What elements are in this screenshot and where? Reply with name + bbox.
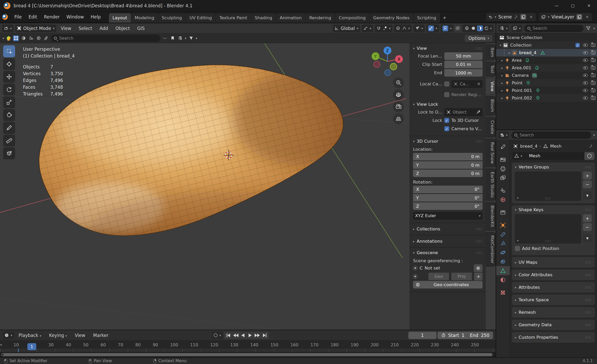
chevron-down-icon[interactable]: ▾ [450, 27, 452, 30]
select-box-tool[interactable] [3, 45, 15, 57]
drag-grip-icon[interactable] [476, 47, 483, 49]
filter-funnel-icon[interactable] [586, 26, 591, 31]
physics-properties-tab[interactable] [496, 248, 510, 257]
vertex-groups-list[interactable]: ▸ [515, 172, 581, 201]
select-region-tool-button[interactable] [13, 35, 19, 41]
crs-settings-button[interactable] [474, 264, 483, 272]
constraint-properties-tab[interactable] [496, 257, 510, 266]
cursor-rot-x[interactable]: X0° [413, 186, 483, 193]
proj-radio[interactable] [413, 274, 417, 279]
axis-x[interactable]: X [395, 55, 403, 63]
proj-button[interactable]: Proj [451, 273, 472, 280]
outliner-row-collection[interactable]: ▾ Collection ✓ [496, 41, 597, 49]
properties-search-field[interactable] [511, 131, 591, 139]
drag-grip-icon[interactable] [585, 311, 592, 313]
geoscene-header[interactable]: ▾ Geoscene [410, 249, 486, 256]
cursor-loc-y[interactable]: Y0 m [413, 161, 483, 169]
start-value[interactable]: 1 [461, 333, 464, 338]
jump-to-end-button[interactable] [261, 333, 268, 338]
rotation-mode-dropdown[interactable]: XYZ Euler ▾ [413, 212, 483, 220]
add-workspace-button[interactable]: + [440, 13, 449, 23]
stopwatch-icon[interactable] [441, 333, 446, 337]
shape-keys-list[interactable]: ▸ [515, 214, 581, 243]
collections-header[interactable]: ▸ Collections [410, 225, 486, 233]
ortho-grid-button[interactable] [393, 113, 404, 124]
uv-maps-section[interactable]: ▸UV Maps [512, 257, 595, 268]
sidebar-tab-create[interactable]: Create [486, 117, 496, 137]
scene-properties-tab[interactable] [496, 186, 510, 195]
3d-cursor-header[interactable]: ▾ 3D Cursor [410, 138, 486, 145]
sidebar-tab-view[interactable]: View [486, 78, 496, 95]
play-reverse-button[interactable] [239, 333, 246, 338]
outliner-editor-type-button[interactable]: ▾ [498, 25, 509, 32]
move-tool[interactable] [3, 71, 15, 83]
scrollbar-thumb[interactable] [1, 353, 493, 356]
eyedropper-icon[interactable] [476, 110, 481, 114]
collection-checkbox[interactable]: ✓ [575, 43, 580, 47]
remove-shape-key-button[interactable]: − [583, 223, 592, 231]
outliner-row-area[interactable]: ▸ Area [496, 57, 597, 64]
maximize-button[interactable]: ▢ [565, 0, 581, 11]
mesh-name-field[interactable]: Mesh [527, 152, 584, 160]
vertex-group-specials-button[interactable]: ▾ [583, 191, 592, 199]
end-value[interactable]: 250 [481, 333, 489, 338]
workspace-tab-texture-paint[interactable]: Texture Paint [216, 13, 251, 23]
drag-grip-icon[interactable] [585, 261, 592, 263]
sidebar-tab-blenderkit[interactable]: BlenderKit [486, 202, 496, 230]
outliner-row-point001[interactable]: ▸ Point.001 [496, 87, 597, 94]
attributes-section[interactable]: ▸Attributes [512, 282, 595, 293]
bookmark-icon[interactable] [170, 35, 175, 41]
timeline-menu-view[interactable]: View [71, 331, 89, 340]
play-button[interactable] [247, 333, 254, 338]
hide-eye-icon[interactable] [583, 96, 588, 100]
shape-key-specials-button[interactable]: ▾ [583, 234, 592, 242]
drop-tool-button[interactable] [28, 35, 34, 41]
menu-edit[interactable]: Edit [25, 13, 40, 21]
drag-grip-icon[interactable] [585, 286, 592, 288]
sidebar-tab-item[interactable]: Item [486, 44, 496, 60]
drag-grip-icon[interactable] [585, 324, 592, 326]
sidebar-tab-matcombiner[interactable]: MatCombiner [486, 232, 496, 267]
drag-grip-icon[interactable] [476, 252, 483, 254]
playhead-current-frame[interactable]: 1 [27, 343, 36, 350]
expand-toggle[interactable]: ▸ [500, 96, 504, 100]
chevron-down-icon[interactable]: ▾ [3, 36, 4, 40]
axis-neg-x[interactable] [374, 61, 380, 67]
remove-viewlayer-button[interactable]: ✕ [584, 14, 590, 20]
timeline-ruler[interactable]: ▸ 1 102030405060708090100110120130140150… [0, 341, 496, 352]
render-visibility-icon[interactable] [591, 43, 595, 47]
drag-grip-icon[interactable] [585, 209, 592, 211]
globe-tool-button[interactable] [36, 35, 41, 41]
navigation-gizmo[interactable]: Z Y X [372, 47, 403, 76]
hide-eye-icon[interactable] [583, 89, 588, 92]
show-overlays-toggle[interactable] [442, 26, 448, 31]
focal-length-field[interactable]: 50 mm [444, 52, 483, 60]
new-scene-button[interactable] [520, 14, 526, 20]
properties-editor-type-button[interactable]: ▾ [498, 131, 509, 139]
rotate-tool[interactable] [3, 84, 15, 96]
outliner-search-input[interactable] [533, 26, 580, 31]
viewport-canvas[interactable]: Z Y X [0, 43, 496, 330]
workspace-tab-layout[interactable]: Layout [109, 13, 131, 23]
properties-search-input[interactable] [520, 133, 588, 137]
resize-corner-icon[interactable]: ▸ [517, 239, 519, 242]
transform-orientation-selector[interactable]: Global ▾ [333, 24, 360, 32]
chevron-down-icon[interactable]: ▾ [185, 36, 186, 40]
menu-help[interactable]: Help [87, 13, 104, 21]
search-input[interactable] [59, 36, 157, 41]
transform-tool[interactable] [3, 109, 15, 121]
lock-3d-cursor-checkbox[interactable]: ✓ [444, 118, 449, 123]
outliner-row-bread4[interactable]: ▸ bread_4 [496, 49, 597, 57]
chevron-down-icon[interactable]: ▾ [490, 27, 492, 30]
texture-properties-tab[interactable] [496, 288, 510, 297]
color-attributes-section[interactable]: ▸Color Attributes [512, 269, 595, 280]
remove-vertex-group-button[interactable]: − [583, 180, 592, 188]
hide-eye-icon[interactable] [583, 81, 588, 85]
object-properties-tab[interactable] [496, 221, 510, 230]
breadcrumb-data[interactable]: Mesh [550, 144, 561, 149]
basemap-tool-button[interactable] [21, 35, 26, 41]
unlink-scene-button[interactable]: ✕ [528, 14, 534, 20]
zoom-button[interactable] [393, 77, 404, 88]
workspace-tab-shading[interactable]: Shading [251, 13, 276, 23]
close-icon[interactable]: ✕ [477, 81, 481, 86]
